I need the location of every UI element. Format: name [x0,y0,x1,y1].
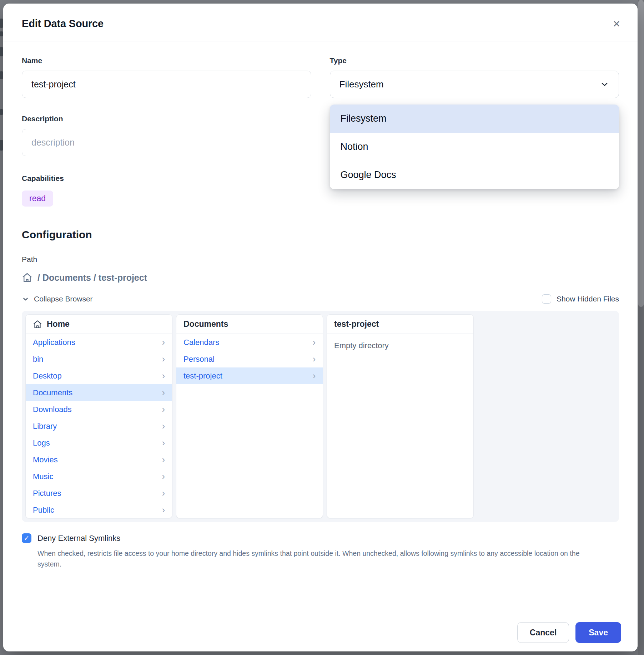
chevron-right-icon [313,355,316,364]
folder-row-documents[interactable]: Documents [26,384,172,401]
collapse-browser-toggle[interactable]: Collapse Browser [22,295,93,303]
deny-symlinks-toggle[interactable]: Deny External Symlinks [22,533,619,543]
chevron-right-icon [162,355,165,364]
capability-badge-read: read [22,191,53,207]
backdrop-content-fragment [0,140,3,151]
folder-row-bin[interactable]: bin [26,351,172,367]
type-select[interactable]: Filesystem [330,71,619,98]
type-option-google-docs[interactable]: Google Docs [330,161,619,189]
column-header-home: Home [26,315,172,334]
chevron-right-icon [162,422,165,431]
column-list: Calendars Personal test-project [176,334,323,384]
chevron-right-icon [162,438,165,447]
dialog-footer: Cancel Save [3,612,638,651]
home-icon[interactable] [22,272,32,283]
chevron-right-icon [162,489,165,498]
chevron-down-icon [22,295,29,303]
deny-symlinks-label: Deny External Symlinks [37,534,120,543]
show-hidden-files-toggle[interactable]: Show Hidden Files [542,294,619,304]
chevron-right-icon [162,405,165,414]
dialog-body: Name Type Filesystem Filesystem Notion G… [3,41,638,612]
chevron-right-icon [162,388,165,397]
folder-row-music[interactable]: Music [26,468,172,485]
folder-row-personal[interactable]: Personal [176,351,323,367]
dialog-header: Edit Data Source ✕ [3,4,638,41]
type-field-group: Type Filesystem Filesystem Notion Google… [330,56,619,98]
name-input[interactable] [22,71,311,98]
breadcrumb: / Documents / test-project [22,272,619,283]
column-header-test-project: test-project [327,315,473,334]
close-icon[interactable]: ✕ [613,19,620,29]
column-header-label: test-project [334,319,379,329]
browser-column-home: Home Applications bin Desktop Documents … [25,314,172,518]
folder-row-calendars[interactable]: Calendars [176,334,323,351]
type-label: Type [330,56,619,65]
chevron-right-icon [162,371,165,380]
chevron-right-icon [313,338,316,347]
backdrop-content-fragment [0,71,3,79]
page-scrollbar[interactable] [638,0,644,655]
browser-column-test-project: test-project Empty directory [327,314,474,518]
folder-row-desktop[interactable]: Desktop [26,367,172,384]
backdrop-content-fragment [0,47,3,56]
folder-row-applications[interactable]: Applications [26,334,172,351]
type-option-notion[interactable]: Notion [330,133,619,161]
configuration-heading: Configuration [22,229,619,241]
backdrop-content-fragment [0,19,3,28]
breadcrumb-path: / Documents / test-project [37,273,147,283]
chevron-down-icon [600,80,609,89]
dialog-title: Edit Data Source [22,18,619,30]
type-dropdown-menu: Filesystem Notion Google Docs [330,105,619,189]
column-header-label: Home [47,319,70,329]
folder-row-test-project[interactable]: test-project [176,367,323,384]
deny-symlinks-help-text: When checked, restricts file access to y… [37,548,605,569]
backdrop-content-fragment [0,31,3,36]
chevron-right-icon [313,371,316,380]
chevron-right-icon [162,338,165,347]
browser-toolbar: Collapse Browser Show Hidden Files [22,294,619,304]
chevron-right-icon [162,506,165,514]
column-list: Applications bin Desktop Documents Downl… [26,334,172,518]
backdrop-content-fragment [0,109,3,115]
column-header-label: Documents [183,319,228,329]
folder-row-pictures[interactable]: Pictures [26,485,172,502]
name-label: Name [22,56,311,65]
folder-row-movies[interactable]: Movies [26,451,172,468]
collapse-browser-label: Collapse Browser [34,295,93,303]
show-hidden-files-checkbox[interactable] [542,294,551,304]
deny-symlinks-checkbox[interactable] [22,533,31,543]
chevron-right-icon [162,472,165,481]
path-label: Path [22,255,619,264]
type-option-filesystem[interactable]: Filesystem [330,105,619,133]
folder-row-downloads[interactable]: Downloads [26,401,172,418]
edit-data-source-dialog: Edit Data Source ✕ Name Type Filesystem … [3,4,638,651]
chevron-right-icon [162,455,165,464]
empty-directory-message: Empty directory [327,334,473,357]
scrollbar-thumb[interactable] [638,0,644,307]
folder-row-library[interactable]: Library [26,418,172,435]
save-button[interactable]: Save [575,622,621,643]
folder-row-public[interactable]: Public [26,502,172,518]
show-hidden-files-label: Show Hidden Files [557,295,619,303]
column-header-documents: Documents [176,315,323,334]
file-browser: Home Applications bin Desktop Documents … [22,311,619,522]
type-select-value: Filesystem [339,79,384,90]
home-icon [33,320,42,329]
cancel-button[interactable]: Cancel [517,622,569,643]
browser-column-documents: Documents Calendars Personal test-projec… [176,314,323,518]
folder-row-logs[interactable]: Logs [26,435,172,451]
name-field-group: Name [22,56,311,98]
